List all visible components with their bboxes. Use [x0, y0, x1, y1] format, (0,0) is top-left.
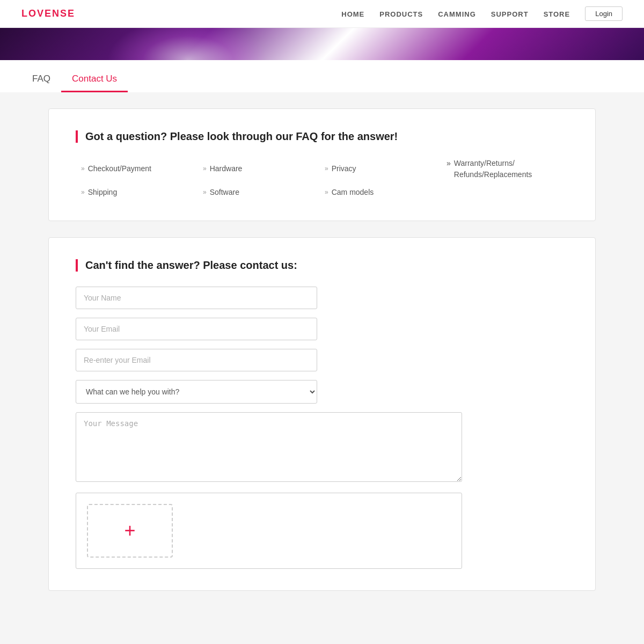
tab-contact-us[interactable]: Contact Us: [61, 67, 128, 92]
upload-button[interactable]: +: [87, 504, 173, 558]
faq-section-card: Got a question? Please look through our …: [48, 108, 596, 221]
contact-section-card: Can't find the answer? Please contact us…: [48, 237, 596, 591]
nav-home[interactable]: HOME: [341, 10, 364, 18]
nav-camming[interactable]: CAMMING: [438, 10, 476, 18]
faq-link-cam-models[interactable]: » Cam models: [325, 186, 447, 199]
chevron-icon: »: [447, 158, 451, 169]
chevron-icon: »: [203, 163, 207, 175]
main-content: Got a question? Please look through our …: [38, 108, 606, 591]
faq-link-privacy[interactable]: » Privacy: [325, 158, 447, 180]
brand-logo: LOVENSE: [21, 8, 75, 19]
chevron-icon: »: [81, 163, 85, 175]
faq-link-hardware[interactable]: » Hardware: [203, 158, 325, 180]
plus-icon: +: [124, 519, 135, 542]
chevron-icon: »: [325, 163, 328, 175]
nav-products[interactable]: PRODUCTS: [379, 10, 423, 18]
nav-support[interactable]: SUPPORT: [491, 10, 529, 18]
faq-link-shipping[interactable]: » Shipping: [81, 186, 203, 199]
name-input[interactable]: [76, 287, 317, 309]
nav-links: HOME PRODUCTS CAMMING SUPPORT STORE Logi…: [341, 6, 623, 21]
faq-link-warranty[interactable]: » Warranty/Returns/Refunds/Replacements: [447, 158, 568, 180]
faq-heading: Got a question? Please look through our …: [76, 130, 568, 143]
email-confirm-input[interactable]: [76, 349, 317, 371]
navbar: LOVENSE HOME PRODUCTS CAMMING SUPPORT ST…: [0, 0, 644, 28]
tab-faq[interactable]: FAQ: [21, 67, 61, 92]
chevron-icon: »: [325, 187, 328, 199]
email-input[interactable]: [76, 318, 317, 340]
contact-heading: Can't find the answer? Please contact us…: [76, 259, 568, 272]
faq-link-software[interactable]: » Software: [203, 186, 325, 199]
topic-select[interactable]: What can we help you with? Order Support…: [76, 380, 317, 404]
tabs-bar: FAQ Contact Us: [0, 60, 644, 92]
faq-link-checkout[interactable]: » Checkout/Payment: [81, 158, 203, 180]
login-button[interactable]: Login: [585, 6, 623, 21]
hero-banner: FAQ Contact Us: [0, 28, 644, 92]
message-wrapper: [76, 412, 568, 484]
upload-area: +: [76, 493, 462, 569]
contact-form: What can we help you with? Order Support…: [76, 287, 317, 404]
faq-links-grid: » Checkout/Payment » Hardware » Privacy …: [76, 158, 568, 199]
chevron-icon: »: [81, 187, 85, 199]
nav-store[interactable]: STORE: [544, 10, 570, 18]
chevron-icon: »: [203, 187, 207, 199]
message-textarea[interactable]: [76, 412, 462, 482]
